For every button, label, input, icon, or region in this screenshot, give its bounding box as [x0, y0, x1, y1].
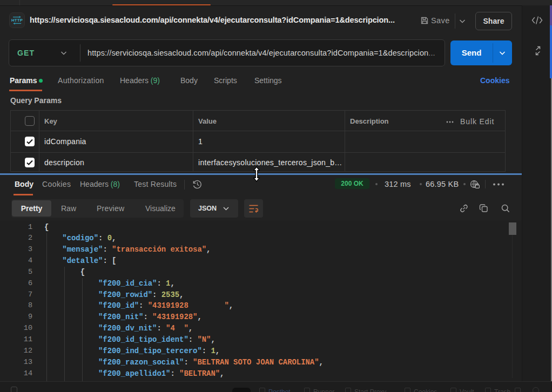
svg-text:HTTP: HTTP	[11, 18, 23, 23]
